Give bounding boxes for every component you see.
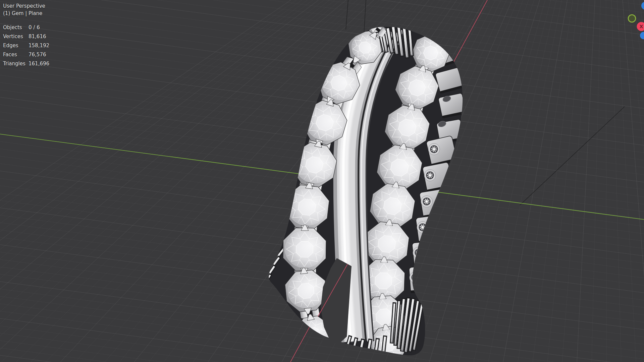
gizmo-axis-label: X — [640, 24, 643, 29]
sparkle-glow — [431, 146, 437, 152]
gem — [285, 231, 324, 268]
axis-y-neg-ball-icon[interactable] — [628, 15, 636, 22]
stat-label: Faces — [3, 52, 29, 58]
stat-row: Triangles161,696 — [3, 59, 49, 68]
stat-label: Vertices — [3, 34, 29, 40]
stat-row: Edges158,192 — [3, 41, 49, 50]
viewport-stats-overlay: User Perspective (1) Gem | Plane Objects… — [3, 2, 49, 68]
sparkle-glow — [427, 172, 433, 178]
stat-row: Faces76,576 — [3, 50, 49, 59]
scene-statistics: Objects0 / 6Vertices81,616Edges158,192Fa… — [3, 23, 49, 68]
accent-stone — [424, 170, 436, 181]
stat-label: Objects — [3, 24, 29, 31]
viewport-canvas[interactable]: X — [0, 0, 644, 362]
stat-label: Edges — [3, 43, 29, 49]
gem-table — [296, 241, 313, 257]
stat-value: 81,616 — [29, 34, 46, 40]
accent-stone — [428, 143, 440, 155]
stat-row: Objects0 / 6 — [3, 23, 49, 32]
accent-stone — [421, 196, 432, 207]
stat-value: 76,576 — [29, 52, 46, 58]
stat-value: 161,696 — [29, 61, 49, 67]
stat-label: Triangles — [3, 61, 29, 67]
view-perspective-label: User Perspective — [3, 2, 49, 10]
stat-value: 0 / 6 — [29, 24, 40, 31]
stat-value: 158,192 — [29, 43, 49, 49]
active-collection-label: (1) Gem | Plane — [3, 10, 49, 17]
sparkle-glow — [424, 198, 430, 204]
gizmo-ball-axis-y-neg[interactable] — [628, 15, 636, 22]
stat-row: Vertices81,616 — [3, 32, 49, 41]
blender-3d-viewport[interactable]: X User Perspective (1) Gem | Plane Objec… — [0, 0, 644, 362]
